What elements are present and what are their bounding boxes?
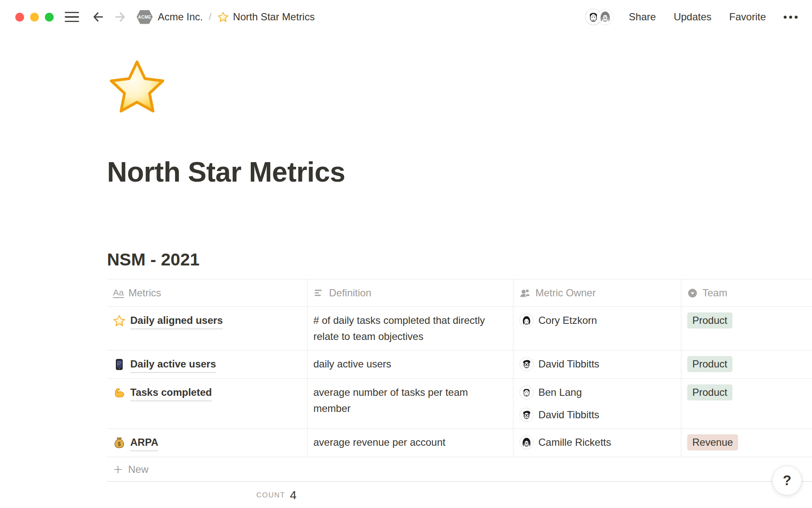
team-tag: Product [687,384,732,400]
back-arrow-icon[interactable] [92,11,104,23]
breadcrumb: ACME Acme Inc. / North Star Metrics [137,10,315,24]
page-star-icon [217,11,229,23]
table-row: Daily aligned users # of daily tasks com… [107,307,812,351]
select-circle-icon [687,288,698,298]
sidebar-toggle-icon[interactable] [65,12,79,22]
workspace-logo[interactable]: ACME [137,10,153,24]
table-header-row: Aa Metrics Definition Metric Owner Team [107,279,812,307]
avatar [519,357,534,371]
sketch-woman-avatar[interactable] [597,8,614,25]
column-header-definition[interactable]: Definition [307,279,513,306]
breadcrumb-page[interactable]: North Star Metrics [233,11,315,23]
window-zoom-button[interactable] [45,13,54,22]
table-row: Daily active users daily active users Da… [107,351,812,379]
team-tag: Product [687,356,732,372]
team-cell[interactable]: Product [681,351,812,378]
calculation-row: COUNT 4 [107,482,812,508]
avatar [519,313,534,328]
column-header-team[interactable]: Team [681,279,812,306]
team-cell[interactable]: Product [681,379,812,428]
owner-cell[interactable]: Ben Lang David Tibbitts [513,379,681,428]
more-options-icon[interactable] [784,16,798,19]
forward-arrow-icon[interactable] [114,11,126,23]
metric-link[interactable]: Daily active users [130,356,216,373]
avatar [519,408,534,422]
window-minimize-button[interactable] [30,13,39,22]
plus-icon [113,464,123,475]
definition-cell[interactable]: average number of tasks per team member [307,379,513,428]
team-cell[interactable]: Revenue [681,429,812,457]
metric-link[interactable]: ARPA [130,434,158,451]
window-close-button[interactable] [15,13,24,22]
avatar [519,435,534,450]
people-icon [519,287,531,299]
title-aa-icon: Aa [113,288,124,298]
breadcrumb-separator: / [209,11,211,22]
updates-button[interactable]: Updates [674,11,711,23]
metric-link[interactable]: Tasks completed [130,384,212,401]
database-title[interactable]: NSM - 2021 [107,250,812,270]
owner-cell[interactable]: Cory Etzkorn [513,307,681,350]
star-icon [113,315,126,327]
page-icon-star[interactable] [107,58,167,118]
money-bag-icon [113,436,126,449]
breadcrumb-workspace[interactable]: Acme Inc. [158,11,203,23]
count-calculation[interactable]: COUNT 4 [107,482,307,508]
help-button[interactable]: ? [772,466,802,495]
owner-cell[interactable]: Camille Ricketts [513,429,681,457]
iphone-icon [113,358,126,371]
title-bar: ACME Acme Inc. / North Star Metrics Shar… [0,0,812,34]
page-title[interactable]: North Star Metrics [107,156,812,188]
table-row: ARPA average revenue per account Camille… [107,429,812,457]
owner-cell[interactable]: David Tibbitts [513,351,681,378]
metric-link[interactable]: Daily aligned users [130,312,223,329]
team-tag: Revenue [687,434,738,450]
definition-cell[interactable]: average revenue per account [307,429,513,457]
definition-cell[interactable]: # of daily tasks completed that directly… [307,307,513,350]
column-header-metrics[interactable]: Aa Metrics [107,279,307,306]
window-controls [15,13,54,22]
column-header-metric-owner[interactable]: Metric Owner [513,279,681,306]
team-tag: Product [687,312,732,329]
add-row-button[interactable]: New [107,457,812,482]
muscle-icon [113,387,126,399]
count-value: 4 [290,489,296,502]
team-cell[interactable]: Product [681,307,812,350]
metrics-table: Aa Metrics Definition Metric Owner Team … [107,279,812,508]
favorite-button[interactable]: Favorite [729,11,766,23]
text-lines-icon [313,287,324,298]
count-label: COUNT [256,491,285,500]
definition-cell[interactable]: daily active users [307,351,513,378]
share-button[interactable]: Share [629,11,656,23]
table-row: Tasks completed average number of tasks … [107,379,812,429]
viewer-avatars [585,8,614,25]
avatar [519,385,534,400]
